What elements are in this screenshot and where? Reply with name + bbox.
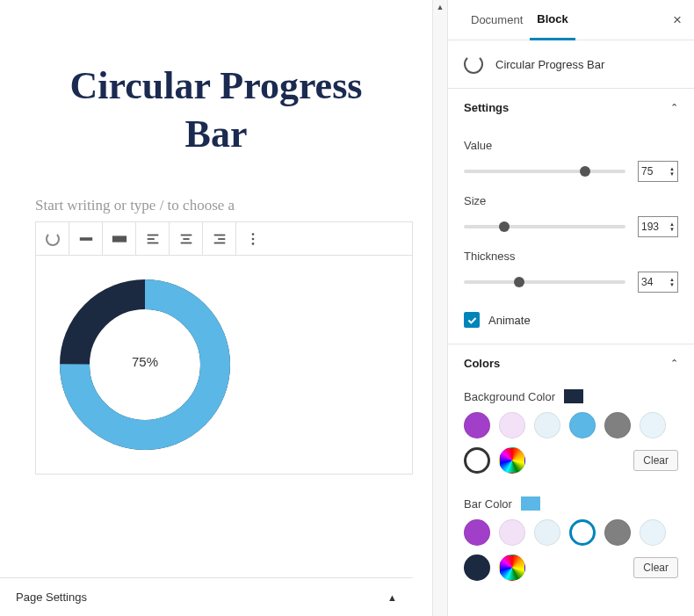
svg-point-11 — [252, 233, 255, 236]
sidebar-tabs: Document Block × — [448, 0, 694, 40]
align-right-icon[interactable] — [203, 222, 236, 256]
size-input[interactable]: 193▲▼ — [638, 216, 678, 237]
bg-color-label: Background Color — [464, 390, 555, 403]
chevron-up-icon: ⌃ — [670, 358, 678, 369]
color-swatch[interactable] — [569, 412, 596, 438]
custom-color-swatch[interactable] — [464, 447, 490, 474]
color-swatch[interactable] — [640, 519, 666, 546]
size-label: Size — [464, 194, 678, 207]
color-swatch[interactable] — [464, 412, 490, 438]
page-title[interactable]: Circular Progress Bar — [35, 62, 397, 158]
color-swatch[interactable] — [604, 519, 631, 546]
close-icon[interactable]: × — [669, 8, 685, 33]
page-settings-panel[interactable]: Page Settings ▲ — [0, 577, 413, 616]
align-full-icon[interactable] — [103, 222, 136, 256]
settings-panel-header[interactable]: Settings ⌃ — [448, 89, 694, 127]
bar-color-indicator — [521, 496, 540, 511]
bar-color-label: Bar Color — [464, 497, 512, 511]
colors-panel-header[interactable]: Colors ⌃ — [448, 344, 694, 382]
thickness-input[interactable]: 34▲▼ — [638, 272, 678, 293]
color-swatch[interactable] — [534, 412, 560, 438]
color-swatch[interactable] — [604, 412, 631, 438]
vertical-scrollbar[interactable]: ▲ — [432, 0, 448, 616]
thickness-slider[interactable] — [464, 280, 625, 284]
colors-title: Colors — [464, 357, 500, 370]
color-swatch[interactable] — [464, 519, 490, 546]
progress-value-label: 75% — [132, 354, 158, 369]
color-swatch[interactable] — [534, 519, 560, 546]
color-picker-icon[interactable] — [499, 447, 525, 474]
scroll-up-icon[interactable]: ▲ — [433, 0, 447, 14]
settings-title: Settings — [464, 101, 509, 114]
clear-bar-button[interactable]: Clear — [633, 557, 678, 578]
bar-color-section: Bar Color Clear — [448, 489, 694, 581]
progress-preview: 75% — [36, 256, 412, 474]
page-settings-label: Page Settings — [16, 591, 87, 604]
value-label: Value — [464, 139, 678, 152]
svg-point-12 — [252, 238, 255, 241]
align-center-icon[interactable] — [170, 222, 203, 256]
size-slider[interactable] — [464, 225, 625, 228]
svg-rect-0 — [79, 237, 91, 241]
progress-icon — [464, 54, 483, 74]
chevron-up-icon: ▲ — [387, 592, 397, 603]
background-color-section: Background Color Clear — [448, 382, 694, 474]
block-header: Circular Progress Bar — [448, 40, 694, 88]
animate-label: Animate — [488, 314, 531, 327]
animate-checkbox[interactable] — [464, 312, 480, 328]
progress-block[interactable]: 75% — [35, 221, 413, 475]
tab-block[interactable]: Block — [530, 0, 575, 40]
bg-color-indicator — [564, 389, 583, 403]
align-wide-icon[interactable] — [69, 222, 103, 256]
block-placeholder[interactable]: Start writing or type / to choose a — [35, 197, 397, 214]
svg-rect-1 — [112, 236, 126, 242]
value-slider[interactable] — [464, 170, 625, 173]
tab-document[interactable]: Document — [464, 0, 530, 40]
thickness-label: Thickness — [464, 250, 678, 263]
settings-panel: Settings ⌃ Value 75▲▼ Size 193▲▼ — [448, 88, 694, 344]
more-options-icon[interactable] — [236, 222, 270, 256]
value-input[interactable]: 75▲▼ — [638, 161, 678, 182]
align-left-icon[interactable] — [136, 222, 170, 256]
block-name-label: Circular Progress Bar — [495, 58, 604, 71]
block-toolbar — [36, 222, 412, 256]
inspector-sidebar: Document Block × Circular Progress Bar S… — [448, 0, 694, 616]
color-swatch-selected[interactable] — [569, 519, 596, 546]
editor-canvas: Circular Progress Bar Start writing or t… — [0, 0, 432, 616]
color-swatch[interactable] — [499, 519, 525, 546]
color-swatch[interactable] — [464, 554, 490, 581]
svg-point-13 — [252, 243, 255, 245]
chevron-up-icon: ⌃ — [670, 102, 678, 113]
clear-bg-button[interactable]: Clear — [633, 450, 678, 471]
color-swatch[interactable] — [499, 412, 525, 438]
color-picker-icon[interactable] — [499, 554, 525, 581]
block-type-icon[interactable] — [36, 222, 69, 256]
color-swatch[interactable] — [640, 412, 666, 438]
